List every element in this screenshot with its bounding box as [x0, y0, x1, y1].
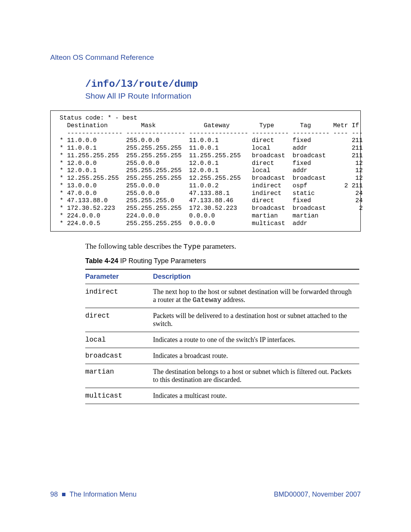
page-number: 98 — [50, 490, 58, 498]
table-row: multicastIndicates a multicast route. — [85, 388, 359, 404]
command-path-title: /info/l3/route/dump — [85, 78, 361, 90]
intro-post: parameters. — [201, 242, 236, 250]
param-desc: Indicates a broadcast route. — [153, 348, 359, 364]
table-row: directPackets will be delivered to a des… — [85, 308, 359, 332]
param-desc: Indicates a multicast route. — [153, 388, 359, 404]
type-parameters-table: Parameter Description indirectThe next h… — [85, 269, 359, 404]
intro-paragraph: The following table describes the Type p… — [85, 242, 361, 251]
footer-section: The Information Menu — [70, 490, 137, 498]
col-description: Description — [153, 269, 359, 284]
param-name: broadcast — [85, 348, 153, 364]
table-caption-text: IP Routing Type Parameters — [118, 257, 206, 265]
param-desc: Packets will be delivered to a destinati… — [153, 308, 359, 332]
table-row: martianThe destination belongs to a host… — [85, 364, 359, 388]
intro-pre: The following table describes the — [85, 242, 183, 250]
table-caption-num: Table 4-24 — [85, 257, 118, 265]
table-caption: Table 4-24 IP Routing Type Parameters — [85, 257, 361, 265]
page-footer: 98 The Information Menu BMD00007, Novemb… — [50, 490, 361, 498]
command-subtitle: Show All IP Route Information — [85, 91, 361, 101]
table-row: indirectThe next hop to the host or subn… — [85, 284, 359, 308]
col-parameter: Parameter — [85, 269, 153, 284]
running-header: Alteon OS Command Reference — [50, 53, 361, 62]
param-name: multicast — [85, 388, 153, 404]
table-row: broadcastIndicates a broadcast route. — [85, 348, 359, 364]
footer-right: BMD00007, November 2007 — [274, 490, 361, 498]
param-desc: The destination belongs to a host or sub… — [153, 364, 359, 388]
param-name: local — [85, 332, 153, 348]
table-row: localIndicates a route to one of the swi… — [85, 332, 359, 348]
param-name: direct — [85, 308, 153, 332]
footer-square-icon — [62, 493, 65, 496]
param-desc: The next hop to the host or subnet desti… — [153, 284, 359, 308]
param-name: martian — [85, 364, 153, 388]
param-desc: Indicates a route to one of the switch's… — [153, 332, 359, 348]
route-dump-output: Status code: * - best Destination Mask G… — [50, 110, 361, 232]
param-name: indirect — [85, 284, 153, 308]
intro-code: Type — [183, 243, 201, 251]
footer-left: 98 The Information Menu — [50, 490, 137, 498]
